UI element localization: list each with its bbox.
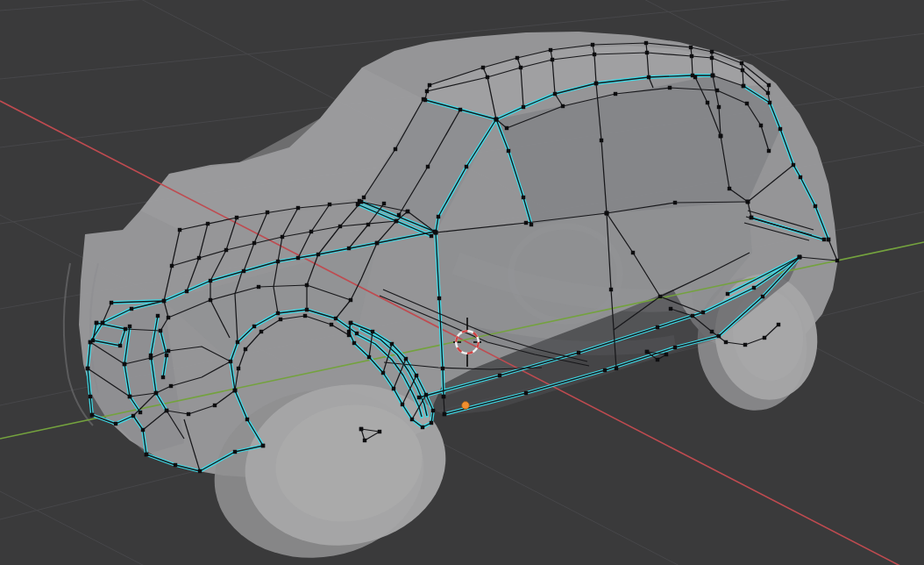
viewport-canvas[interactable] (0, 0, 924, 565)
object-origin-point[interactable] (462, 402, 470, 410)
blender-3d-viewport[interactable] (0, 0, 924, 565)
